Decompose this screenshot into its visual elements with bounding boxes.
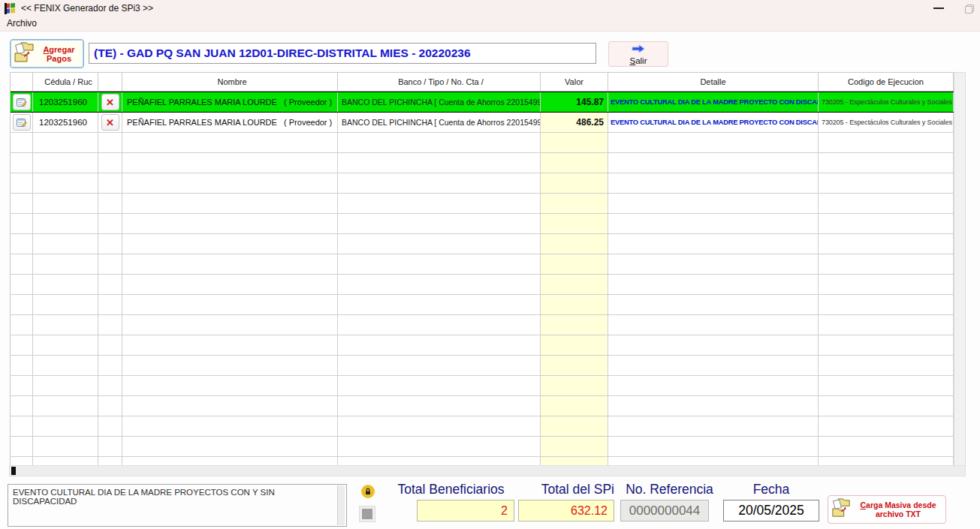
table-row[interactable]: 1203251960✕PEÑAFIEL PARRALES MARIA LOURD… — [11, 92, 954, 113]
table-row-empty — [11, 133, 954, 153]
menu-archivo[interactable]: Archivo — [0, 17, 44, 31]
detalle-scrollbar[interactable] — [337, 485, 345, 525]
footer: EVENTO CULTURAL DIA DE LA MADRE PROYECTO… — [0, 480, 980, 529]
app-window: << FENIX Generador de SPi3 >> Archivo Ag… — [0, 0, 980, 529]
agregar-pagos-button[interactable]: Agregar Pagos — [11, 40, 83, 68]
fecha-label: Fecha — [723, 482, 819, 497]
header-detalle: Detalle — [608, 73, 819, 91]
agregar-pagos-label: Agregar Pagos — [38, 45, 80, 63]
lock-icon — [361, 485, 375, 498]
titlebar: << FENIX Generador de SPi3 >> — [0, 0, 980, 17]
cell-codigo: 730205 - Espectáculos Culturales y Socia… — [819, 113, 954, 132]
header-banco: Banco / Tipo / No. Cta / — [338, 73, 541, 91]
delete-row-button[interactable]: ✕ — [101, 114, 119, 131]
payments-table: Cédula / Ruc Nombre Banco / Tipo / No. C… — [10, 72, 954, 465]
exit-arrow-icon — [631, 43, 646, 56]
referencia-label: No. Referencia — [620, 482, 719, 497]
header-valor: Valor — [541, 73, 608, 91]
table-row-empty — [11, 214, 954, 234]
horizontal-scrollbar[interactable] — [9, 465, 966, 476]
table-row-empty — [11, 315, 954, 335]
cell-banco: BANCO DEL PICHINCHA [ Cuenta de Ahorros … — [338, 113, 541, 132]
cell-cedula: 1203251960 — [33, 92, 98, 112]
table-row-empty — [11, 437, 954, 457]
salir-button[interactable]: Salir — [608, 41, 668, 67]
table-row-empty — [11, 356, 954, 376]
table-row-empty — [11, 194, 954, 214]
table-row-empty — [11, 295, 954, 315]
fecha-field[interactable] — [723, 500, 819, 521]
header-nombre: Nombre — [122, 73, 338, 91]
edit-row-button[interactable] — [13, 114, 31, 131]
restore-button[interactable] — [965, 5, 972, 12]
table-row-empty — [11, 335, 954, 356]
window-title: << FENIX Generador de SPi3 >> — [21, 3, 153, 14]
salir-label: Salir — [629, 56, 647, 65]
table-row-empty — [11, 396, 954, 416]
table-row[interactable]: 1203251960✕PEÑAFIEL PARRALES MARIA LOURD… — [11, 113, 954, 133]
referencia-field[interactable] — [620, 500, 709, 521]
edit-row-button[interactable] — [13, 94, 31, 110]
cell-banco: BANCO DEL PICHINCHA [ Cuenta de Ahorros … — [338, 92, 541, 112]
carga-masiva-button[interactable]: Carga Masiva desde archivo TXT — [828, 495, 946, 524]
cell-valor: 486.25 — [541, 113, 608, 132]
vertical-scrollbar[interactable] — [954, 72, 966, 476]
load-txt-folder-icon — [831, 497, 851, 521]
header-delete-column — [98, 73, 122, 91]
header-edit-column — [11, 73, 33, 91]
spi-title-field[interactable] — [89, 43, 596, 64]
table-row-empty — [11, 153, 954, 173]
cell-valor: 145.87 — [541, 92, 608, 112]
cell-detalle: EVENTO CULTURAL DIA DE LA MADRE PROYECTO… — [608, 113, 819, 132]
total-spi-field[interactable] — [518, 500, 614, 521]
main-content: Agregar Pagos Salir Cédula / Ruc Nombre … — [0, 32, 980, 529]
cell-nombre: PEÑAFIEL PARRALES MARIA LOURDE ( Proveed… — [122, 113, 338, 132]
cell-nombre: PEÑAFIEL PARRALES MARIA LOURDE ( Proveed… — [122, 92, 338, 112]
table-row-empty — [11, 254, 954, 275]
cell-cedula: 1203251960 — [33, 113, 98, 132]
delete-icon: ✕ — [106, 98, 114, 107]
minimize-button[interactable] — [933, 8, 944, 9]
table-row-empty — [11, 275, 954, 295]
gray-toggle-button[interactable] — [360, 506, 375, 521]
cell-codigo: 730205 - Espectáculos Culturales y Socia… — [819, 92, 954, 112]
delete-row-button[interactable]: ✕ — [101, 94, 119, 110]
detalle-textarea[interactable]: EVENTO CULTURAL DIA DE LA MADRE PROYECTO… — [8, 484, 347, 527]
table-row-empty — [11, 234, 954, 254]
horizontal-scrollbar-thumb[interactable] — [11, 467, 16, 475]
table-row-empty — [11, 416, 954, 437]
add-payments-folder-icon — [14, 41, 35, 67]
table-header: Cédula / Ruc Nombre Banco / Tipo / No. C… — [11, 73, 954, 92]
carga-masiva-label: Carga Masiva desde archivo TXT — [854, 500, 942, 518]
app-icon — [5, 3, 17, 14]
table-row-empty — [11, 376, 954, 396]
cell-detalle: EVENTO CULTURAL DIA DE LA MADRE PROYECTO… — [608, 92, 819, 112]
table-row-empty — [11, 457, 954, 465]
menubar: Archivo — [0, 17, 980, 32]
total-spi-label: Total del SPi — [518, 482, 614, 497]
header-cedula: Cédula / Ruc — [33, 73, 98, 91]
delete-icon: ✕ — [106, 118, 114, 128]
header-codigo: Codigo de Ejecucion — [819, 73, 954, 91]
total-beneficiarios-label: Total Beneficiarios — [388, 482, 514, 497]
table-row-empty — [11, 173, 954, 194]
total-beneficiarios-field[interactable] — [417, 500, 514, 521]
table-body: 1203251960✕PEÑAFIEL PARRALES MARIA LOURD… — [11, 92, 954, 465]
